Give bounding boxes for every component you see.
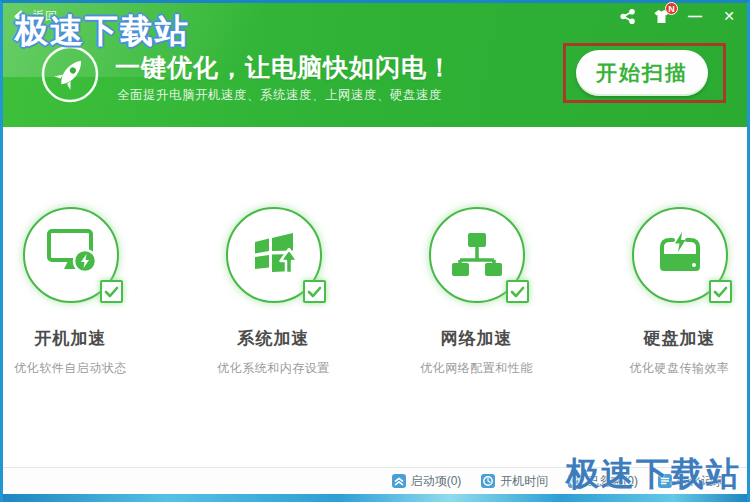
feature-system-speedup: 系统加速 优化系统和内存设置 — [206, 207, 341, 377]
feature-subtitle: 优化软件自启动状态 — [14, 360, 127, 377]
feature-circle — [226, 207, 322, 303]
feature-title: 开机加速 — [35, 327, 107, 350]
rocket-icon — [41, 45, 99, 103]
titlebar: 返回 N — ✕ — [3, 3, 747, 29]
windows-up-arrow-icon — [245, 227, 303, 283]
feature-subtitle: 优化硬盘传输效率 — [630, 360, 730, 377]
footer-link-startup-items[interactable]: 启动项(0) — [392, 473, 462, 490]
feature-title: 网络加速 — [441, 327, 513, 350]
app-window: 返回 N — ✕ — [0, 0, 750, 502]
network-nodes-icon — [448, 227, 506, 283]
feature-row: 开机加速 优化软件自启动状态 — [3, 207, 747, 377]
startup-items-icon — [392, 474, 406, 488]
checkbox-checked[interactable] — [506, 280, 529, 303]
start-scan-button[interactable]: 开始扫描 — [576, 50, 708, 96]
feature-disk-speedup: 硬盘加速 优化硬盘传输效率 — [612, 207, 747, 377]
monitor-bolt-icon — [40, 225, 102, 285]
feature-title: 系统加速 — [238, 327, 310, 350]
footer-link-boot-time[interactable]: 开机时间 — [481, 473, 548, 490]
feature-subtitle: 优化网络配置和性能 — [420, 360, 533, 377]
feature-boot-speedup: 开机加速 优化软件自启动状态 — [3, 207, 138, 377]
feature-circle — [632, 207, 728, 303]
feature-circle — [429, 207, 525, 303]
page-title: 一键优化，让电脑快如闪电！ — [115, 51, 453, 84]
share-icon — [620, 9, 635, 24]
close-icon: ✕ — [723, 9, 735, 23]
clock-icon — [481, 474, 495, 488]
back-label: 返回 — [33, 8, 57, 25]
feature-subtitle: 优化系统和内存设置 — [217, 360, 330, 377]
records-icon — [658, 474, 672, 488]
footer-bar: 启动项(0) 开机时间 已忽略(0) 优化记录 — [3, 467, 747, 494]
footer-link-label: 开机时间 — [500, 473, 548, 490]
hero-section: 一键优化，让电脑快如闪电！ 全面提升电脑开机速度、系统速度、上网速度、硬盘速度 … — [3, 29, 747, 127]
feature-title: 硬盘加速 — [644, 327, 716, 350]
window-controls: N — ✕ — [617, 6, 739, 26]
footer-link-label: 优化记录 — [677, 473, 725, 490]
footer-link-label: 启动项(0) — [411, 473, 462, 490]
feature-circle — [23, 207, 119, 303]
header-banner: 返回 N — ✕ — [3, 3, 747, 127]
checkbox-checked[interactable] — [100, 280, 123, 303]
ignored-icon — [568, 474, 582, 488]
window-bottom-border — [3, 494, 747, 502]
disk-bolt-icon — [651, 227, 709, 283]
checkbox-checked[interactable] — [303, 280, 326, 303]
notification-badge: N — [665, 2, 678, 15]
main-content: 开机加速 优化软件自启动状态 — [3, 127, 747, 468]
minimize-icon: — — [688, 9, 702, 23]
footer-link-ignored[interactable]: 已忽略(0) — [568, 473, 638, 490]
checkbox-checked[interactable] — [709, 280, 732, 303]
page-subtitle: 全面提升电脑开机速度、系统速度、上网速度、硬盘速度 — [117, 87, 442, 104]
footer-link-label: 已忽略(0) — [587, 473, 638, 490]
minimize-button[interactable]: — — [685, 6, 705, 26]
close-button[interactable]: ✕ — [719, 6, 739, 26]
footer-link-records[interactable]: 优化记录 — [658, 473, 725, 490]
back-button[interactable]: 返回 — [13, 8, 57, 25]
promo-button[interactable]: N — [651, 6, 671, 26]
feature-network-speedup: 网络加速 优化网络配置和性能 — [409, 207, 544, 377]
share-button[interactable] — [617, 6, 637, 26]
back-arrow-icon — [13, 10, 29, 23]
